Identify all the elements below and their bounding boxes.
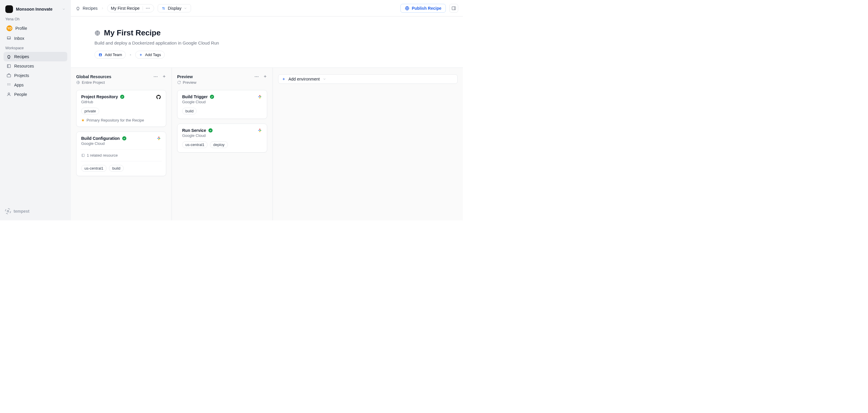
chevron-down-icon xyxy=(184,6,187,10)
tag: build xyxy=(182,108,197,114)
add-tags-button[interactable]: Add Tags xyxy=(135,51,165,59)
plus-icon xyxy=(282,77,285,81)
sidebar-item-people[interactable]: People xyxy=(4,90,67,99)
board: Global Resources Entire Project ··· xyxy=(71,68,463,220)
sidebar-item-inbox[interactable]: Inbox xyxy=(4,34,67,43)
column-scope: Entire Project xyxy=(82,80,105,85)
sidebar-footer-brand: tempest xyxy=(4,206,67,216)
svg-rect-15 xyxy=(452,6,456,10)
column-more-button[interactable]: ··· xyxy=(254,74,259,79)
globe-icon xyxy=(76,80,80,84)
column-scope: Preview xyxy=(183,80,196,85)
status-check-icon xyxy=(209,128,213,133)
page-header: My First Recipe Build and deploy a Docke… xyxy=(71,16,463,68)
panel-icon xyxy=(452,6,456,11)
sidebar-item-recipes[interactable]: Recipes xyxy=(4,52,67,61)
svg-point-7 xyxy=(10,85,10,85)
tag: private xyxy=(81,108,99,114)
card-project-repository[interactable]: Project Repository GitHub priv xyxy=(76,90,166,127)
plus-icon xyxy=(139,53,143,57)
more-icon[interactable]: ··· xyxy=(146,6,150,11)
sidebar-item-label: Apps xyxy=(14,82,24,87)
brand-text: tempest xyxy=(13,209,30,214)
card-provider: Google Cloud xyxy=(182,133,257,138)
column-add-button[interactable] xyxy=(263,74,267,79)
column-more-button[interactable]: ··· xyxy=(154,74,158,79)
column-add-button[interactable] xyxy=(162,74,166,79)
publish-icon xyxy=(405,6,409,11)
people-icon xyxy=(6,92,11,97)
column-title: Global Resources xyxy=(76,74,111,79)
status-check-icon xyxy=(120,95,124,99)
dot-separator xyxy=(130,54,131,56)
chevron-down-icon xyxy=(62,7,66,11)
sidebar-item-label: People xyxy=(14,92,27,97)
card-provider: GitHub xyxy=(81,100,156,104)
card-run-service[interactable]: Run Service Google Cloud us-ce xyxy=(177,124,267,152)
card-build-trigger[interactable]: Build Trigger Google Cloud bui xyxy=(177,90,267,119)
add-environment-button[interactable]: Add environment xyxy=(278,74,458,84)
card-provider: Google Cloud xyxy=(182,100,257,104)
add-team-button[interactable]: Add Team xyxy=(94,51,126,59)
card-related: 1 related resource xyxy=(87,153,118,158)
svg-rect-25 xyxy=(82,154,85,157)
svg-rect-1 xyxy=(7,75,11,77)
svg-point-5 xyxy=(7,85,8,85)
svg-point-6 xyxy=(8,85,9,85)
team-icon xyxy=(98,53,102,57)
sidebar: Monsoon Innovate Yena Oh YO Profile Inbo… xyxy=(0,0,71,220)
sidebar-item-resources[interactable]: Resources xyxy=(4,61,67,71)
org-switcher[interactable]: Monsoon Innovate xyxy=(4,4,67,14)
google-cloud-icon xyxy=(257,94,262,99)
svg-point-19 xyxy=(100,54,101,55)
recipe-icon xyxy=(6,54,11,59)
svg-point-3 xyxy=(8,83,9,84)
card-title: Project Repository xyxy=(81,94,118,99)
status-check-icon xyxy=(210,95,214,99)
column-global-resources: Global Resources Entire Project ··· xyxy=(71,68,172,220)
sidebar-item-label: Profile xyxy=(16,26,27,31)
workspace-section-label: Workspace xyxy=(4,43,67,52)
page-subtitle: Build and deploy a Dockerized applicatio… xyxy=(94,40,463,45)
breadcrumb-root[interactable]: Recipes xyxy=(75,6,98,11)
divider xyxy=(143,6,143,10)
inbox-icon xyxy=(6,36,11,41)
display-button[interactable]: Display xyxy=(158,4,191,12)
page-title: My First Recipe xyxy=(104,28,161,37)
chevron-right-icon xyxy=(101,6,104,10)
sidebar-item-label: Recipes xyxy=(14,54,29,59)
publish-button-label: Publish Recipe xyxy=(412,6,441,11)
breadcrumb: Recipes My First Recipe ··· xyxy=(75,4,154,12)
refresh-icon xyxy=(177,80,181,84)
display-button-label: Display xyxy=(168,6,182,11)
google-cloud-icon xyxy=(156,136,161,141)
tempest-logo-icon xyxy=(5,208,11,214)
recipe-icon xyxy=(75,6,80,11)
breadcrumb-root-label: Recipes xyxy=(83,6,98,11)
sidebar-item-projects[interactable]: Projects xyxy=(4,71,67,80)
svg-point-2 xyxy=(7,83,8,84)
sidebar-item-profile[interactable]: YO Profile xyxy=(4,23,67,34)
toggle-right-panel-button[interactable] xyxy=(450,4,458,13)
sidebar-item-label: Resources xyxy=(14,64,34,68)
topbar: Recipes My First Recipe ··· Display xyxy=(71,0,463,16)
resources-icon xyxy=(6,64,11,68)
column-preview: Preview Preview ··· xyxy=(172,68,273,220)
svg-rect-0 xyxy=(7,65,11,68)
tag: build xyxy=(109,165,123,172)
apps-icon xyxy=(6,82,11,87)
sidebar-item-label: Inbox xyxy=(14,36,24,41)
breadcrumb-current[interactable]: My First Recipe ··· xyxy=(107,4,154,12)
status-check-icon xyxy=(122,136,126,140)
svg-point-8 xyxy=(8,93,9,94)
tag: us-central1 xyxy=(81,165,106,172)
column-add-environment: Add environment xyxy=(273,68,463,220)
tag: deploy xyxy=(210,141,228,148)
google-cloud-icon xyxy=(257,128,262,133)
add-environment-label: Add environment xyxy=(288,77,320,81)
star-icon: ★ xyxy=(81,118,85,123)
sidebar-item-apps[interactable]: Apps xyxy=(4,80,67,90)
breadcrumb-current-label: My First Recipe xyxy=(111,6,140,11)
publish-button[interactable]: Publish Recipe xyxy=(400,4,446,13)
card-build-configuration[interactable]: Build Configuration Google Cloud xyxy=(76,132,166,176)
